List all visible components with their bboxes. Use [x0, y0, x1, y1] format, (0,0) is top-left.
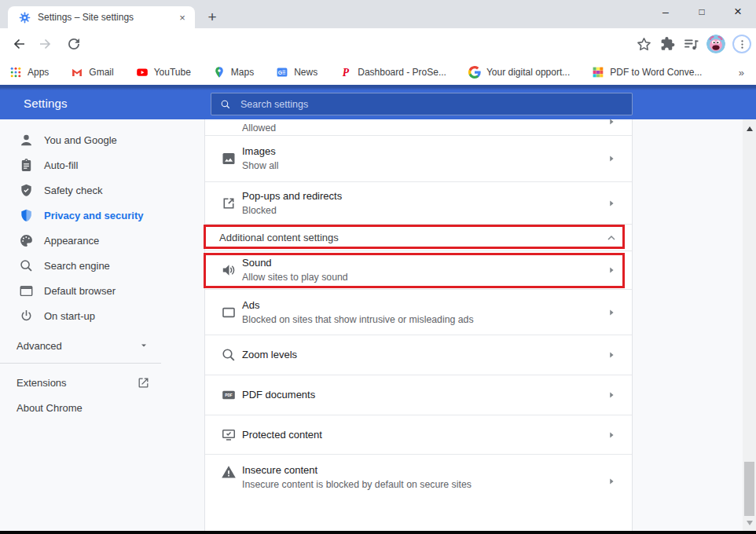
sidebar-item-safety-check[interactable]: Safety check	[0, 177, 204, 203]
settings-row-protected-content[interactable]: Protected content	[205, 415, 632, 455]
bookmark-label: PDF to Word Conve...	[610, 67, 702, 78]
bookmark-youtube[interactable]: YouTube	[136, 66, 191, 79]
svg-text:G: G	[278, 70, 282, 75]
sidebar-item-label: Appearance	[44, 235, 99, 247]
row-text: Pop-ups and redirectsBlocked	[242, 190, 342, 217]
back-icon[interactable]	[9, 35, 28, 53]
bookmark-dashboard-prose[interactable]: PDashboard - ProSe...	[339, 66, 446, 79]
power-icon	[19, 309, 34, 324]
chevron-right-icon	[605, 197, 618, 210]
chevron-right-icon	[605, 475, 618, 488]
bookmark-apps[interactable]: Apps	[9, 66, 49, 79]
sidebar-item-privacy-and-security[interactable]: Privacy and security	[0, 203, 204, 228]
toolbar-actions	[636, 28, 751, 60]
row-subtitle: Insecure content is blocked by default o…	[242, 478, 472, 491]
settings-row-zoom-levels[interactable]: Zoom levels	[205, 335, 632, 375]
row-title: Protected content	[242, 429, 322, 441]
monitor-check-icon	[221, 427, 237, 443]
bookmark-gmail[interactable]: Gmail	[71, 66, 113, 79]
scroll-down-arrow[interactable]	[743, 518, 756, 529]
settings-header: Settings	[0, 85, 756, 119]
youtube-icon	[136, 66, 149, 79]
bookmark-maps[interactable]: Maps	[213, 66, 254, 79]
settings-row-allowed[interactable]: Allowed	[205, 119, 632, 136]
warning-icon	[221, 464, 237, 480]
reload-icon[interactable]	[64, 35, 83, 53]
profile-avatar[interactable]	[706, 35, 725, 53]
settings-row-sound[interactable]: SoundAllow sites to play sound	[205, 251, 632, 290]
media-controls-icon[interactable]	[683, 36, 699, 53]
chevron-right-icon	[605, 389, 618, 401]
chevron-right-icon	[605, 264, 618, 276]
settings-sidebar: You and GoogleAuto-fillSafety checkPriva…	[0, 119, 204, 531]
scrollbar-thumb[interactable]	[744, 462, 754, 516]
palette-icon	[19, 233, 34, 248]
sidebar-divider	[0, 363, 161, 364]
settings-page-title: Settings	[24, 97, 68, 110]
scroll-up-arrow[interactable]	[743, 123, 756, 134]
new-tab-button[interactable]: +	[203, 8, 222, 27]
apps-grid-icon	[9, 66, 22, 79]
bookmark-your-digital-opport[interactable]: Your digital opport...	[468, 66, 570, 79]
popup-icon	[221, 196, 237, 211]
browser-window: Settings – Site settings × + – □ × Chrom…	[0, 0, 756, 534]
row-subtitle: Blocked on sites that show intrusive or …	[242, 313, 474, 326]
bookmarks-items: AppsGmailYouTubeMapsGNewsPDashboard - Pr…	[9, 66, 702, 79]
sidebar-item-on-start-up[interactable]: On start-up	[0, 303, 204, 328]
sidebar-item-search-engine[interactable]: Search engine	[0, 253, 204, 278]
sidebar-item-label: Privacy and security	[44, 210, 143, 221]
sidebar-item-appearance[interactable]: Appearance	[0, 228, 204, 253]
bookmark-pdf-to-word-conve[interactable]: PDF to Word Conve...	[592, 66, 702, 79]
google-g-icon	[468, 66, 481, 79]
sidebar-item-you-and-google[interactable]: You and Google	[0, 127, 204, 152]
minimize-button[interactable]: –	[648, 0, 684, 24]
bookmark-label: Apps	[28, 67, 49, 78]
browser-menu-button[interactable]	[732, 35, 751, 53]
search-icon	[220, 99, 231, 110]
extensions-label: Extensions	[17, 377, 67, 389]
advanced-label: Advanced	[17, 340, 62, 352]
row-subtitle: Show all	[242, 159, 278, 172]
row-subtitle: Blocked	[242, 204, 342, 217]
extensions-puzzle-icon[interactable]	[659, 36, 676, 53]
row-title: Insecure content	[242, 464, 472, 477]
page-scrollbar[interactable]	[743, 119, 756, 531]
settings-row-pdf-documents[interactable]: PDFPDF documents	[205, 375, 632, 415]
sidebar-item-extensions[interactable]: Extensions	[0, 370, 161, 395]
row-title: Zoom levels	[242, 349, 297, 361]
pinterest-icon: P	[339, 66, 352, 79]
svg-text:PDF: PDF	[225, 393, 233, 397]
bookmarks-overflow-chevron[interactable]: »	[739, 60, 744, 85]
settings-search-input[interactable]	[239, 98, 623, 111]
row-subtitle: Allowed	[242, 122, 276, 134]
browser-tab[interactable]: Settings – Site settings ×	[8, 6, 195, 28]
sidebar-item-about-chrome[interactable]: About Chrome	[0, 395, 161, 420]
settings-row-pop-ups-and-redirects[interactable]: Pop-ups and redirectsBlocked	[205, 182, 632, 225]
sidebar-item-label: On start-up	[44, 310, 95, 322]
row-text: Zoom levels	[242, 349, 297, 361]
sidebar-item-label: Default browser	[44, 285, 116, 297]
settings-row-images[interactable]: ImagesShow all	[205, 136, 632, 182]
maximize-button[interactable]: □	[684, 0, 720, 24]
forward-icon[interactable]	[36, 35, 55, 53]
mosaic-icon	[592, 66, 604, 79]
settings-row-ads[interactable]: AdsBlocked on sites that show intrusive …	[205, 290, 632, 335]
caret-down-icon	[139, 341, 149, 350]
sidebar-item-advanced[interactable]: Advanced	[0, 333, 161, 358]
maps-pin-icon	[213, 66, 226, 79]
settings-search-box[interactable]	[211, 93, 633, 115]
row-text: Protected content	[242, 429, 322, 441]
bookmark-news[interactable]: GNews	[276, 66, 317, 79]
sidebar-item-default-browser[interactable]: Default browser	[0, 278, 204, 303]
bookmark-star-icon[interactable]	[636, 36, 652, 53]
chevron-right-icon	[605, 349, 618, 361]
close-button[interactable]: ×	[720, 0, 756, 24]
settings-row-additional-content-settings[interactable]: Additional content settings	[205, 225, 632, 251]
sidebar-menu: You and GoogleAuto-fillSafety checkPriva…	[0, 119, 204, 328]
chevron-right-icon	[605, 115, 618, 128]
row-text: SoundAllow sites to play sound	[242, 257, 348, 283]
sidebar-item-label: Auto-fill	[44, 159, 78, 171]
settings-row-insecure-content[interactable]: Insecure contentInsecure content is bloc…	[205, 455, 632, 531]
sidebar-item-auto-fill[interactable]: Auto-fill	[0, 152, 204, 177]
tab-close-icon[interactable]: ×	[176, 11, 189, 24]
